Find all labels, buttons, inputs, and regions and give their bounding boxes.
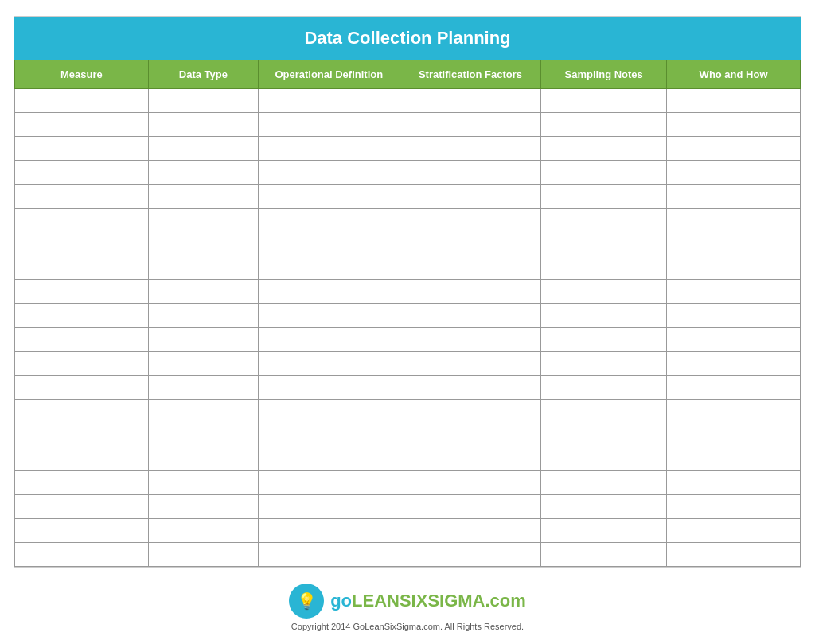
- table-cell[interactable]: [148, 161, 258, 185]
- table-cell[interactable]: [400, 256, 541, 280]
- table-cell[interactable]: [667, 495, 801, 519]
- table-cell[interactable]: [15, 352, 149, 376]
- table-cell[interactable]: [15, 423, 149, 447]
- table-cell[interactable]: [541, 137, 667, 161]
- table-cell[interactable]: [667, 423, 801, 447]
- table-cell[interactable]: [541, 543, 667, 567]
- table-cell[interactable]: [148, 519, 258, 543]
- table-cell[interactable]: [667, 400, 801, 423]
- table-cell[interactable]: [15, 209, 149, 232]
- table-cell[interactable]: [258, 352, 400, 376]
- table-cell[interactable]: [667, 376, 801, 400]
- table-cell[interactable]: [15, 328, 149, 352]
- table-cell[interactable]: [258, 471, 400, 495]
- table-cell[interactable]: [258, 256, 400, 280]
- table-cell[interactable]: [541, 185, 667, 209]
- table-row[interactable]: [15, 423, 801, 447]
- table-cell[interactable]: [541, 89, 667, 113]
- table-cell[interactable]: [258, 543, 400, 567]
- table-row[interactable]: [15, 280, 801, 304]
- table-cell[interactable]: [400, 209, 541, 232]
- table-cell[interactable]: [541, 376, 667, 400]
- table-row[interactable]: [15, 471, 801, 495]
- table-cell[interactable]: [148, 256, 258, 280]
- table-cell[interactable]: [15, 185, 149, 209]
- table-cell[interactable]: [15, 137, 149, 161]
- table-cell[interactable]: [148, 185, 258, 209]
- table-cell[interactable]: [148, 328, 258, 352]
- table-cell[interactable]: [15, 495, 149, 519]
- table-cell[interactable]: [15, 400, 149, 423]
- table-row[interactable]: [15, 519, 801, 543]
- table-row[interactable]: [15, 232, 801, 256]
- table-cell[interactable]: [667, 89, 801, 113]
- table-cell[interactable]: [400, 471, 541, 495]
- table-cell[interactable]: [148, 113, 258, 137]
- table-row[interactable]: [15, 256, 801, 280]
- table-cell[interactable]: [667, 280, 801, 304]
- table-cell[interactable]: [541, 161, 667, 185]
- table-cell[interactable]: [258, 185, 400, 209]
- table-cell[interactable]: [148, 543, 258, 567]
- table-cell[interactable]: [400, 89, 541, 113]
- table-cell[interactable]: [667, 328, 801, 352]
- table-cell[interactable]: [148, 376, 258, 400]
- table-row[interactable]: [15, 400, 801, 423]
- table-cell[interactable]: [258, 161, 400, 185]
- table-cell[interactable]: [258, 113, 400, 137]
- table-cell[interactable]: [541, 400, 667, 423]
- table-cell[interactable]: [258, 400, 400, 423]
- table-cell[interactable]: [541, 304, 667, 328]
- table-cell[interactable]: [541, 280, 667, 304]
- table-cell[interactable]: [148, 304, 258, 328]
- table-cell[interactable]: [667, 113, 801, 137]
- table-cell[interactable]: [148, 423, 258, 447]
- table-cell[interactable]: [400, 352, 541, 376]
- table-cell[interactable]: [400, 376, 541, 400]
- table-cell[interactable]: [258, 280, 400, 304]
- table-cell[interactable]: [400, 543, 541, 567]
- table-cell[interactable]: [667, 471, 801, 495]
- table-cell[interactable]: [148, 400, 258, 423]
- table-cell[interactable]: [667, 256, 801, 280]
- table-cell[interactable]: [15, 113, 149, 137]
- table-cell[interactable]: [15, 471, 149, 495]
- table-cell[interactable]: [400, 423, 541, 447]
- table-cell[interactable]: [400, 304, 541, 328]
- table-cell[interactable]: [15, 519, 149, 543]
- table-cell[interactable]: [148, 447, 258, 471]
- table-cell[interactable]: [15, 447, 149, 471]
- table-cell[interactable]: [541, 328, 667, 352]
- table-cell[interactable]: [15, 232, 149, 256]
- table-cell[interactable]: [667, 161, 801, 185]
- table-cell[interactable]: [258, 209, 400, 232]
- table-cell[interactable]: [541, 423, 667, 447]
- table-row[interactable]: [15, 304, 801, 328]
- table-cell[interactable]: [541, 113, 667, 137]
- table-row[interactable]: [15, 328, 801, 352]
- table-cell[interactable]: [15, 304, 149, 328]
- table-cell[interactable]: [541, 232, 667, 256]
- table-cell[interactable]: [400, 185, 541, 209]
- table-cell[interactable]: [667, 519, 801, 543]
- table-cell[interactable]: [400, 495, 541, 519]
- table-cell[interactable]: [15, 256, 149, 280]
- table-cell[interactable]: [400, 161, 541, 185]
- table-cell[interactable]: [667, 304, 801, 328]
- table-cell[interactable]: [541, 471, 667, 495]
- table-cell[interactable]: [258, 328, 400, 352]
- table-row[interactable]: [15, 543, 801, 567]
- table-cell[interactable]: [148, 89, 258, 113]
- table-row[interactable]: [15, 495, 801, 519]
- table-row[interactable]: [15, 137, 801, 161]
- table-cell[interactable]: [15, 280, 149, 304]
- table-row[interactable]: [15, 352, 801, 376]
- table-cell[interactable]: [148, 232, 258, 256]
- table-cell[interactable]: [148, 495, 258, 519]
- table-cell[interactable]: [667, 232, 801, 256]
- table-cell[interactable]: [148, 280, 258, 304]
- table-cell[interactable]: [258, 376, 400, 400]
- table-cell[interactable]: [258, 232, 400, 256]
- table-cell[interactable]: [15, 376, 149, 400]
- table-row[interactable]: [15, 89, 801, 113]
